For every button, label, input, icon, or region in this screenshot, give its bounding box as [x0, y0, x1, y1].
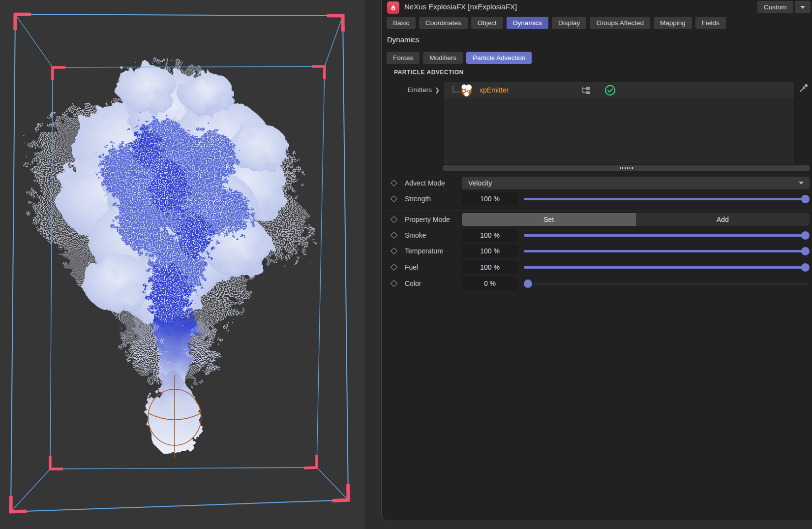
subtab-forces[interactable]: Forces — [387, 52, 420, 64]
color-slider[interactable] — [524, 280, 810, 288]
property-mode-set-button[interactable]: Set — [462, 213, 636, 226]
attribute-manager-panel: NeXus ExplosiaFX [nxExplosiaFX] Custom B… — [381, 0, 812, 521]
dynamics-subtab-bar: ForcesModifiersParticle Advection — [387, 52, 532, 64]
separator — [386, 211, 812, 211]
tab-basic[interactable]: Basic — [387, 17, 416, 29]
preset-dropdown-arrow-button[interactable] — [795, 1, 811, 13]
main-tab-bar: BasicCoordinatesObjectDynamicsDisplayGro… — [387, 17, 726, 29]
color-label: Color — [405, 277, 421, 290]
enabled-check-icon[interactable] — [604, 85, 616, 96]
application-window: NeXus ExplosiaFX [nxExplosiaFX] Custom B… — [0, 0, 812, 529]
chevron-down-icon — [799, 182, 804, 185]
tab-fields[interactable]: Fields — [695, 17, 726, 29]
xpemitter-icon — [460, 84, 473, 97]
temperature-slider[interactable] — [524, 247, 810, 255]
tab-groups-affected[interactable]: Groups Affected — [590, 17, 650, 29]
strength-keyframe-diamond[interactable] — [391, 195, 397, 202]
strength-value-field[interactable]: 100 % — [462, 192, 518, 205]
particle-cloud — [32, 64, 310, 455]
emitters-list[interactable]: xpEmitter — [443, 82, 795, 164]
3d-viewport[interactable] — [0, 0, 365, 529]
smoke-label: Smoke — [405, 229, 426, 242]
hierarchy-icon — [581, 86, 591, 95]
chevron-down-icon — [800, 6, 805, 9]
color-value-field[interactable]: 0 % — [462, 277, 518, 290]
property-mode-segmented-control: Set Add — [462, 213, 810, 226]
smoke-value-field[interactable]: 100 % — [462, 229, 518, 242]
strength-label: Strength — [405, 192, 431, 205]
tab-mapping[interactable]: Mapping — [654, 17, 692, 29]
temperature-label: Temperature — [405, 245, 444, 257]
slider-knob[interactable] — [801, 231, 810, 240]
emitter-list-item[interactable]: xpEmitter — [444, 82, 794, 98]
smoke-slider[interactable] — [524, 231, 810, 240]
flame-icon — [387, 1, 399, 14]
tab-coordinates[interactable]: Coordinates — [419, 17, 468, 29]
fuel-slider[interactable] — [524, 263, 810, 272]
slider-knob[interactable] — [801, 195, 810, 203]
property-mode-add-button[interactable]: Add — [636, 213, 810, 226]
eyedropper-pick-icon[interactable] — [799, 83, 809, 93]
preset-custom-button[interactable]: Custom — [757, 1, 793, 13]
property-mode-keyframe-diamond[interactable] — [391, 216, 397, 223]
strength-slider[interactable] — [524, 195, 810, 203]
subtab-modifiers[interactable]: Modifiers — [423, 52, 463, 64]
slider-knob[interactable] — [524, 280, 532, 288]
viewport-scene — [0, 0, 365, 529]
fuel-keyframe-diamond[interactable] — [391, 264, 397, 271]
slider-knob[interactable] — [801, 263, 810, 272]
tab-display[interactable]: Display — [552, 17, 586, 29]
tab-dynamics[interactable]: Dynamics — [507, 17, 548, 29]
property-mode-label: Property Mode — [405, 213, 450, 226]
tab-object[interactable]: Object — [471, 17, 503, 29]
temperature-value-field[interactable]: 100 % — [462, 245, 518, 257]
chevron-right-icon: ❯ — [435, 87, 440, 93]
slider-knob[interactable] — [801, 247, 810, 255]
emitters-label: Emitters❯ — [382, 82, 440, 98]
temperature-keyframe-diamond[interactable] — [391, 248, 397, 254]
advect-mode-dropdown[interactable]: Velocity — [462, 177, 810, 189]
window-title: NeXus ExplosiaFX [nxExplosiaFX] — [404, 2, 517, 11]
color-keyframe-diamond[interactable] — [391, 280, 397, 287]
advect-mode-label: Advect Mode — [405, 177, 445, 189]
emitter-name: xpEmitter — [480, 82, 509, 98]
smoke-keyframe-diamond[interactable] — [391, 232, 397, 239]
fuel-label: Fuel — [405, 261, 418, 274]
dynamics-heading: Dynamics — [387, 35, 420, 44]
tree-branch-icon — [452, 86, 460, 93]
advect-mode-keyframe-diamond[interactable] — [391, 180, 397, 187]
particle-advection-section-header: PARTICLE ADVECTION — [394, 69, 464, 76]
subtab-particle-advection[interactable]: Particle Advection — [466, 52, 532, 64]
fuel-value-field[interactable]: 100 % — [462, 261, 518, 274]
list-resize-handle[interactable] — [443, 165, 810, 171]
